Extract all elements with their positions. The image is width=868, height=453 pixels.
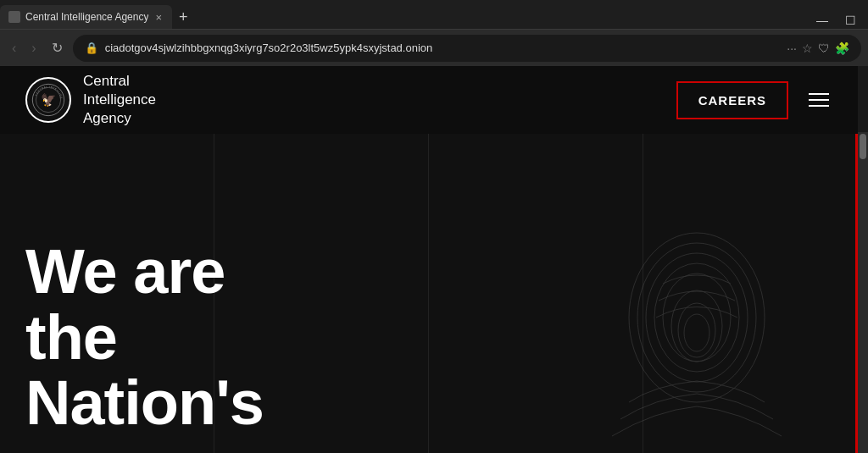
window-controls: — ☐ [811,12,868,29]
svg-point-9 [671,290,722,362]
back-button[interactable]: ‹ [7,37,21,59]
hamburger-line-1 [809,93,829,95]
more-address-icon[interactable]: ··· [787,41,797,55]
svg-point-10 [678,303,715,357]
hero-illustration [578,216,815,453]
svg-point-4 [629,233,765,402]
svg-point-11 [684,314,709,351]
cia-nav-right: CAREERS [676,81,832,119]
cia-seal: 🦅 CENTRAL INTELLIGENCE AGENCY [25,77,71,123]
hamburger-line-2 [809,99,829,101]
url-text: ciadotgov4sjwlzihbbgxnqg3xiyrg7so2r2o3lt… [105,41,781,54]
hamburger-line-3 [809,105,829,107]
tab-close-button[interactable]: × [153,9,164,25]
browser-chrome: Central Intelligence Agency × + — ☐ ‹ › … [0,0,868,66]
svg-point-6 [646,253,748,382]
scrollbar-thumb[interactable] [860,134,866,159]
tab-title: Central Intelligence Agency [25,11,148,23]
tab-favicon [8,11,20,23]
lock-icon: 🔒 [85,41,98,54]
forward-button[interactable]: › [26,37,41,59]
content-area: 🦅 CENTRAL INTELLIGENCE AGENCY Central In… [0,66,868,453]
minimize-button[interactable]: — [811,12,833,29]
new-tab-button[interactable]: + [172,5,195,29]
hero-line-1: We are [25,239,264,305]
cia-navbar: 🦅 CENTRAL INTELLIGENCE AGENCY Central In… [0,66,858,134]
svg-point-5 [637,243,756,392]
star-icon[interactable]: ☆ [802,41,813,55]
svg-point-7 [654,263,739,372]
address-action-icons: ··· ☆ 🛡 🧩 [787,41,849,55]
hero-line-3: Nation's [25,370,264,436]
cia-seal-svg: 🦅 CENTRAL INTELLIGENCE AGENCY [31,83,65,117]
svg-text:🦅: 🦅 [41,92,57,108]
active-tab[interactable]: Central Intelligence Agency × [0,5,172,29]
hamburger-menu-button[interactable] [805,90,832,110]
reload-button[interactable]: ↻ [47,36,68,59]
maximize-button[interactable]: ☐ [840,12,861,29]
tab-bar: Central Intelligence Agency × + — ☐ [0,0,868,29]
cia-logo: 🦅 CENTRAL INTELLIGENCE AGENCY Central In… [25,72,156,128]
svg-point-8 [663,273,731,362]
extension-icon: 🧩 [835,41,849,55]
address-bar[interactable]: 🔒 ciadotgov4sjwlzihbbgxnqg3xiyrg7so2r2o3… [73,35,861,62]
shield-icon: 🛡 [818,41,830,55]
careers-button[interactable]: CAREERS [676,81,788,119]
scrollbar[interactable] [858,132,868,453]
address-bar-row: ‹ › ↻ 🔒 ciadotgov4sjwlzihbbgxnqg3xiyrg7s… [0,29,868,66]
cia-org-name: Central Intelligence Agency [83,72,156,128]
website-viewport: 🦅 CENTRAL INTELLIGENCE AGENCY Central In… [0,66,858,453]
hero-line-2: the [25,305,264,371]
hero-section: We are the Nation's [0,134,858,453]
hero-text: We are the Nation's [25,239,264,436]
